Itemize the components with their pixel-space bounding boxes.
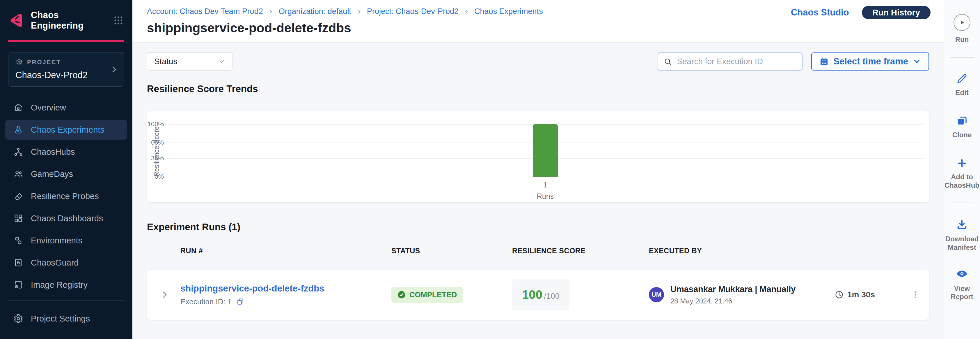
run-button-label: Run [955,35,969,44]
run-name-link[interactable]: shippingservice-pod-delete-fzdbs [180,283,391,294]
flask-icon [13,125,23,135]
search-input[interactable] [676,56,797,66]
y-axis-tick: 100% [148,120,164,128]
project-label: PROJECT [27,59,61,66]
status-filter-label: Status [154,57,177,66]
gridline [167,177,923,177]
search-icon [663,57,672,66]
cube-icon [16,58,23,66]
score-value: 100 [522,288,542,302]
run-history-button[interactable]: Run History [862,6,931,19]
view-report-action[interactable]: View Report [946,267,978,301]
play-icon [958,19,966,26]
accent-divider [8,40,124,42]
sidebar-item-chaos-dashboards[interactable]: Chaos Dashboards [5,208,127,228]
topbar: Account: Chaos Dev Team Prod2 Organizati… [132,0,943,43]
dashboard-grid-icon [13,213,23,223]
chevron-right-icon [356,9,362,14]
resilience-bar [533,124,558,177]
sidebar-nav: Overview Chaos Experiments ChaosHubs Gam… [0,98,132,295]
chart-plot-area: 100% 65% 35% 0% [167,124,923,177]
test-tube-icon [13,191,23,201]
y-axis-tick: 35% [151,155,164,162]
add-to-chaoshub-action[interactable]: Add to ChaosHub [946,158,978,190]
experiment-runs-heading: Experiment Runs (1) [147,222,929,233]
executed-by-cell: UM Umasankar Mukkara | Manually 28 May 2… [649,285,835,305]
hexagons-icon [13,235,23,245]
clock-icon [835,290,844,299]
calendar-icon [819,57,829,66]
expand-chevron-icon[interactable] [147,290,180,299]
chaos-studio-link[interactable]: Chaos Studio [791,7,849,18]
content: Status Select time frame [132,43,943,339]
time-frame-label: Select time frame [834,56,908,67]
sidebar-item-environments[interactable]: Environments [5,230,127,250]
status-filter-dropdown[interactable]: Status [147,53,232,70]
run-name-cell: shippingservice-pod-delete-fzdbs Executi… [180,283,391,306]
registry-doc-gear-icon [13,280,23,290]
column-resilience-score: RESILIENCE SCORE [512,246,649,255]
copy-icon[interactable] [236,297,244,306]
action-rail: Run Edit Clone Add to ChaosHub Download … [943,0,980,339]
chevron-right-icon [268,9,274,14]
sidebar-item-resilience-probes[interactable]: Resilience Probes [5,186,127,206]
download-manifest-action[interactable]: Download Manifest [946,219,978,252]
chevron-right-icon [464,9,469,14]
hub-network-icon [13,147,23,157]
sidebar-item-chaosguard[interactable]: ChaosGuard [5,253,127,273]
sidebar-footer-divider [8,300,124,301]
status-cell: COMPLETED [391,287,512,303]
sidebar: Chaos Engineering PROJECT Chaos-Dev-Prod… [0,0,132,339]
eye-icon [955,267,969,280]
project-name: Chaos-Dev-Prod2 [16,70,117,80]
executed-by-name: Umasankar Mukkara | Manually [670,285,795,294]
breadcrumb-account[interactable]: Account: Chaos Dev Team Prod2 [147,7,263,16]
resilience-score-chart: Resilience Score 100% 65% 35% 0% 1 Runs [147,111,929,202]
breadcrumb-project[interactable]: Project: Chaos-Dev-Prod2 [367,7,458,16]
home-icon [13,102,23,112]
chevron-right-icon [110,65,118,74]
edit-action[interactable]: Edit [946,72,978,97]
pencil-icon [956,72,968,85]
sidebar-item-overview[interactable]: Overview [5,98,127,117]
score-denominator: /100 [544,292,560,301]
sidebar-item-gamedays[interactable]: GameDays [5,164,127,184]
clone-action[interactable]: Clone [946,115,978,139]
breadcrumb-chaos-experiments[interactable]: Chaos Experiments [474,7,543,16]
project-selector[interactable]: PROJECT Chaos-Dev-Prod2 [8,52,124,86]
chaos-engineering-logo-icon [9,13,24,28]
run-button[interactable] [953,14,970,31]
x-axis-tick: 1 [167,181,923,189]
time-frame-button[interactable]: Select time frame [811,53,929,70]
row-menu-kebab-icon[interactable] [901,290,929,300]
sidebar-item-chaos-experiments[interactable]: Chaos Experiments [5,120,127,140]
sidebar-item-chaoshubs[interactable]: ChaosHubs [5,142,127,162]
main-area: Account: Chaos Dev Team Prod2 Organizati… [132,0,943,339]
executed-at: 28 May 2024, 21:46 [670,297,795,305]
score-cell: 100 /100 [512,279,649,310]
chevron-down-icon [218,58,225,65]
download-icon [956,219,968,231]
column-run-number: RUN # [180,246,391,255]
gear-icon [13,313,23,323]
column-status: STATUS [391,246,512,255]
clone-icon [956,115,968,127]
resilience-score-box: 100 /100 [512,279,570,310]
lock-shield-icon [13,257,23,268]
resilience-trends-heading: Resilience Score Trends [147,83,929,94]
chart-y-axis-title: Resilience Score [153,124,161,177]
people-icon [13,169,23,179]
page-title: shippingservice-pod-delete-fzdbs [147,21,929,35]
sidebar-item-project-settings[interactable]: Project Settings [5,309,127,328]
app-launcher-grid-icon[interactable] [113,15,124,26]
sidebar-header: Chaos Engineering [0,0,132,38]
duration-value: 1m 30s [847,290,875,299]
column-executed-by: EXECUTED BY [649,246,835,255]
run-row[interactable]: shippingservice-pod-delete-fzdbs Executi… [147,270,929,320]
sidebar-item-image-registry[interactable]: Image Registry [5,275,127,295]
duration-cell: 1m 30s [835,290,901,299]
execution-id: Execution ID: 1 [180,297,232,306]
avatar: UM [649,287,664,302]
breadcrumb-organization[interactable]: Organization: default [279,7,351,16]
chart-x-axis-title: Runs [167,192,923,201]
